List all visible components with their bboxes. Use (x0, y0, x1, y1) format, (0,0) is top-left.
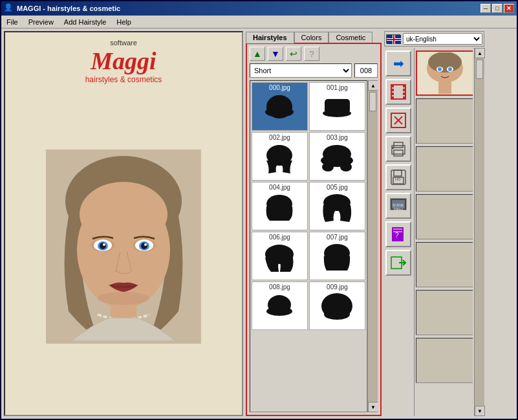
svg-rect-41 (391, 93, 394, 95)
title-bar: 👤 MAGGI - hairstyles & cosmetic ─ □ ✕ (1, 1, 517, 16)
help-book-button[interactable]: ? (385, 221, 411, 247)
close-button[interactable]: ✕ (504, 4, 514, 13)
hairstyle-item-4[interactable]: 004.jpg (252, 182, 308, 230)
hairstyle-label-0: 000.jpg (254, 84, 306, 91)
hairstyle-icon-3 (319, 142, 355, 178)
svg-rect-43 (403, 85, 405, 87)
svg-rect-44 (403, 89, 405, 91)
hairstyle-label-1: 001.jpg (311, 84, 363, 91)
right-scroll-thumb[interactable] (476, 60, 483, 79)
svg-point-12 (103, 243, 105, 246)
svg-point-10 (100, 243, 106, 249)
logo-subtitle: hairstyles & cosmetics (12, 75, 235, 84)
hairstyle-item-9[interactable]: 009.jpg (309, 282, 365, 330)
tab-colors[interactable]: Colors (294, 32, 329, 43)
scroll-down-button[interactable]: ▼ (368, 402, 378, 412)
window-title: MAGGI - hairstyles & cosmetic (17, 5, 480, 12)
refresh-button[interactable]: ↩ (286, 47, 301, 61)
main-content: software Maggi hairstyles & cosmetics (1, 28, 517, 419)
hairstyle-item-7[interactable]: 007.jpg (309, 232, 365, 280)
hairstyle-item-2[interactable]: 002.jpg (252, 132, 308, 181)
svg-point-23 (322, 162, 334, 171)
right-scroll-down[interactable]: ▼ (475, 406, 485, 416)
preview-slots (414, 48, 473, 416)
tab-cosmetic[interactable]: Cosmetic (329, 32, 372, 43)
scroll-up-button[interactable]: ▲ (368, 80, 378, 91)
language-select[interactable]: uk-English de-German fr-French (403, 33, 482, 45)
grid-scrollbar[interactable]: ▲ ▼ (367, 80, 378, 412)
hairstyle-icon-0 (262, 93, 297, 128)
svg-point-15 (98, 292, 149, 305)
left-panel: software Maggi hairstyles & cosmetics (4, 31, 243, 416)
cut-button[interactable] (385, 107, 411, 133)
svg-rect-37 (393, 35, 394, 44)
count-box: 008 (354, 63, 378, 78)
hairstyle-category-select[interactable]: Short Medium Long Curly Wavy (250, 63, 352, 78)
apply-button[interactable]: ➡ (385, 50, 411, 76)
right-scrollbar[interactable]: ▲ ▼ (474, 48, 484, 416)
exit-icon (389, 254, 407, 272)
hairstyle-item-6[interactable]: 006.jpg (252, 232, 308, 280)
uk-flag (386, 34, 400, 43)
hairstyle-label-7: 007.jpg (311, 234, 363, 241)
svg-point-74 (448, 67, 452, 71)
hairstyle-item-1[interactable]: 001.jpg (309, 82, 365, 131)
svg-rect-39 (391, 85, 394, 87)
menu-add-hairstyle[interactable]: Add Hairstyle (61, 17, 109, 27)
preview-face-1 (419, 52, 471, 94)
language-row: uk-English de-German fr-French (384, 31, 484, 47)
right-scroll-track (475, 58, 484, 406)
far-right-panel: uk-English de-German fr-French ➡ (384, 31, 484, 416)
hairstyle-icon-9 (319, 292, 355, 327)
action-buttons-column: ➡ (384, 48, 413, 416)
scene-button[interactable]: SCENE TAKE2 (385, 193, 411, 219)
print-button[interactable] (385, 136, 411, 162)
svg-rect-55 (394, 170, 402, 176)
logo-area: software Maggi hairstyles & cosmetics (12, 39, 235, 84)
save-button[interactable]: HD (385, 164, 411, 190)
menu-file[interactable]: File (4, 17, 21, 27)
hairstyle-item-5[interactable]: 005.jpg (309, 182, 365, 230)
preview-slot-1[interactable] (416, 50, 473, 96)
scene-icon: SCENE TAKE2 (389, 197, 407, 215)
film-strip-button[interactable] (385, 79, 411, 105)
down-arrow-button[interactable]: ▼ (268, 47, 283, 61)
tab-hairstyles[interactable]: Hairstyles (246, 32, 294, 43)
help-book-icon: ? (389, 225, 407, 243)
scroll-thumb[interactable] (369, 92, 376, 111)
svg-rect-51 (394, 142, 403, 148)
preview-slot-7[interactable] (416, 338, 473, 383)
hairstyle-item-3[interactable]: 003.jpg (309, 132, 365, 181)
svg-rect-53 (392, 147, 394, 149)
hairstyle-item-8[interactable]: 008.jpg (252, 282, 308, 330)
preview-slot-6[interactable] (416, 290, 473, 335)
svg-point-73 (438, 67, 442, 71)
svg-point-13 (144, 243, 147, 246)
dropdown-row: Short Medium Long Curly Wavy 008 (250, 63, 378, 78)
menu-preview[interactable]: Preview (26, 17, 56, 27)
logo-software-text: software (12, 39, 235, 47)
hairstyle-item-0[interactable]: 000.jpg (252, 82, 308, 131)
svg-point-30 (266, 307, 292, 316)
printer-icon (389, 140, 407, 158)
svg-rect-40 (391, 89, 394, 91)
hairstyle-label-8: 008.jpg (254, 283, 306, 291)
hairstyle-grid-container[interactable]: 000.jpg001.jpg002.jpg003.jpg004.jpg005.j… (250, 80, 367, 412)
exit-button[interactable] (385, 250, 411, 276)
minimize-button[interactable]: ─ (480, 4, 491, 13)
hairstyle-label-2: 002.jpg (254, 134, 306, 141)
maximize-button[interactable]: □ (492, 4, 502, 13)
preview-slot-2[interactable] (416, 98, 473, 144)
menu-help[interactable]: Help (114, 17, 134, 27)
up-arrow-button[interactable]: ▲ (250, 47, 265, 61)
hairstyle-label-3: 003.jpg (311, 134, 363, 141)
preview-slot-4[interactable] (416, 194, 473, 239)
preview-slot-3[interactable] (416, 146, 473, 192)
right-scroll-up[interactable]: ▲ (475, 48, 485, 58)
preview-slot-5[interactable] (416, 242, 473, 287)
hairstyles-tab-content: ▲ ▼ ↩ ? Short Medium (246, 43, 382, 416)
help-button[interactable]: ? (304, 47, 319, 61)
face-preview (46, 149, 201, 344)
logo-brand: Maggi (12, 47, 235, 75)
scroll-track (368, 91, 378, 402)
